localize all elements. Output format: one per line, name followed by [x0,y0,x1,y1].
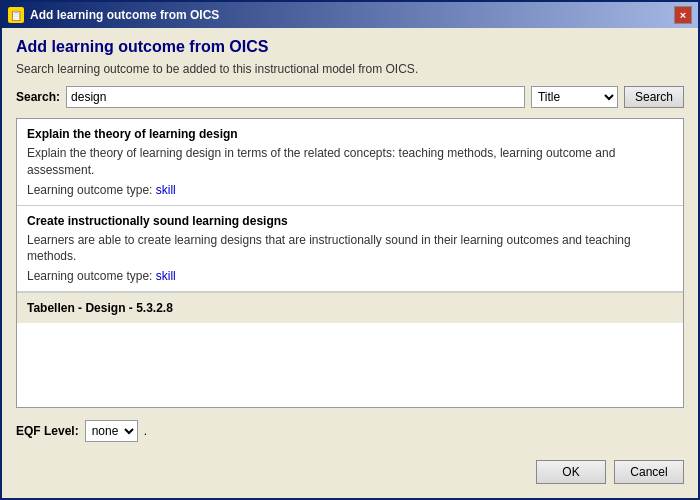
window-title: Add learning outcome from OICS [30,8,219,22]
result-type-label-2: Learning outcome type: [27,269,152,283]
dialog-description: Search learning outcome to be added to t… [16,62,684,76]
result-title-2: Create instructionally sound learning de… [27,214,673,228]
search-button[interactable]: Search [624,86,684,108]
result-item-1[interactable]: Explain the theory of learning design Ex… [17,119,683,206]
main-window: 📋 Add learning outcome from OICS × Add l… [0,0,700,500]
result-desc-2: Learners are able to create learning des… [27,232,673,266]
eqf-label: EQF Level: [16,424,79,438]
dialog-content: Add learning outcome from OICS Search le… [2,28,698,498]
title-bar: 📋 Add learning outcome from OICS × [2,2,698,28]
result-type-1: Learning outcome type: skill [27,183,673,197]
search-type-dropdown[interactable]: Title Description Keywords [531,86,618,108]
results-wrapper: Explain the theory of learning design Ex… [16,118,684,408]
title-bar-left: 📋 Add learning outcome from OICS [8,7,219,23]
search-row: Search: Title Description Keywords Searc… [16,86,684,108]
dialog-title: Add learning outcome from OICS [16,38,684,56]
result-type-value-1: skill [156,183,176,197]
eqf-dropdown[interactable]: none 1 2 3 4 5 6 7 8 [85,420,138,442]
result-title-1: Explain the theory of learning design [27,127,673,141]
result-type-2: Learning outcome type: skill [27,269,673,283]
eqf-row: EQF Level: none 1 2 3 4 5 6 7 8 . [16,416,684,446]
cancel-button[interactable]: Cancel [614,460,684,484]
results-scroll-container[interactable]: Explain the theory of learning design Ex… [16,118,684,408]
search-input[interactable] [66,86,525,108]
third-item[interactable]: Tabellen - Design - 5.3.2.8 [17,292,683,323]
search-label: Search: [16,90,60,104]
window-icon: 📋 [8,7,24,23]
close-button[interactable]: × [674,6,692,24]
result-item-2[interactable]: Create instructionally sound learning de… [17,206,683,293]
button-row: OK Cancel [16,456,684,488]
result-type-value-2: skill [156,269,176,283]
eqf-dot: . [144,424,147,438]
result-desc-1: Explain the theory of learning design in… [27,145,673,179]
third-item-label: Tabellen - Design - 5.3.2.8 [27,301,173,315]
result-type-label-1: Learning outcome type: [27,183,152,197]
ok-button[interactable]: OK [536,460,606,484]
